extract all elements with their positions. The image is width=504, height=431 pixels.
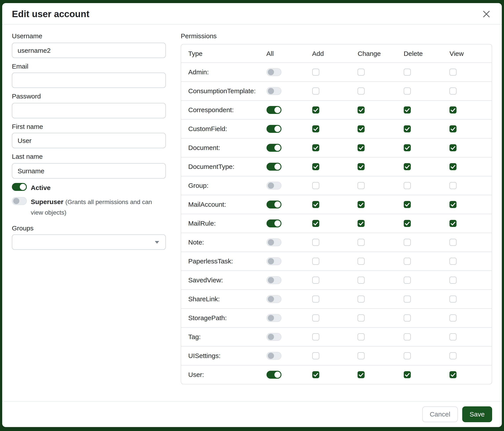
first-name-input[interactable] bbox=[12, 133, 166, 148]
permission-all-toggle[interactable] bbox=[266, 276, 281, 284]
permission-delete-checkbox[interactable] bbox=[404, 201, 411, 208]
permission-add-checkbox[interactable] bbox=[312, 295, 319, 302]
permission-delete-checkbox[interactable] bbox=[404, 106, 411, 113]
permission-view-checkbox[interactable] bbox=[450, 371, 457, 378]
permission-add-checkbox[interactable] bbox=[312, 182, 319, 189]
permission-delete-checkbox[interactable] bbox=[404, 125, 411, 132]
permission-add-checkbox[interactable] bbox=[312, 333, 319, 340]
permission-all-toggle[interactable] bbox=[266, 144, 281, 152]
permission-view-checkbox[interactable] bbox=[450, 258, 457, 265]
permission-delete-checkbox[interactable] bbox=[404, 144, 411, 151]
permission-change-checkbox[interactable] bbox=[358, 163, 365, 170]
permission-all-toggle[interactable] bbox=[266, 125, 281, 133]
permission-all-toggle[interactable] bbox=[266, 352, 281, 359]
password-field[interactable] bbox=[12, 103, 166, 118]
permission-change-checkbox[interactable] bbox=[358, 125, 365, 132]
permission-view-checkbox[interactable] bbox=[450, 144, 457, 151]
permission-all-toggle[interactable] bbox=[266, 238, 281, 246]
permission-change-checkbox[interactable] bbox=[358, 371, 365, 378]
permission-delete-checkbox[interactable] bbox=[404, 258, 411, 265]
permission-all-toggle[interactable] bbox=[266, 257, 281, 265]
username-field-group: Username bbox=[12, 32, 166, 58]
permission-view-checkbox[interactable] bbox=[450, 106, 457, 113]
permission-delete-checkbox[interactable] bbox=[404, 295, 411, 302]
permission-view-checkbox[interactable] bbox=[450, 125, 457, 132]
column-header-view: View bbox=[446, 44, 492, 63]
permission-all-toggle[interactable] bbox=[266, 162, 281, 171]
permission-add-checkbox[interactable] bbox=[312, 314, 319, 321]
permission-view-checkbox[interactable] bbox=[450, 163, 457, 170]
permission-add-checkbox[interactable] bbox=[312, 163, 319, 170]
permission-add-checkbox[interactable] bbox=[312, 220, 319, 227]
last-name-input[interactable] bbox=[12, 163, 166, 178]
permission-delete-checkbox[interactable] bbox=[404, 220, 411, 227]
permission-view-checkbox[interactable] bbox=[450, 239, 457, 246]
permission-all-toggle[interactable] bbox=[266, 219, 281, 227]
permission-add-checkbox[interactable] bbox=[312, 87, 319, 94]
permission-view-checkbox[interactable] bbox=[450, 276, 457, 283]
permission-add-checkbox[interactable] bbox=[312, 239, 319, 246]
permission-all-toggle[interactable] bbox=[266, 106, 281, 114]
permission-change-checkbox[interactable] bbox=[358, 295, 365, 302]
permission-add-checkbox[interactable] bbox=[312, 352, 319, 359]
permission-change-checkbox[interactable] bbox=[358, 87, 365, 94]
permission-change-checkbox[interactable] bbox=[358, 276, 365, 283]
permission-delete-checkbox[interactable] bbox=[404, 333, 411, 340]
permission-change-checkbox[interactable] bbox=[358, 314, 365, 321]
permission-all-toggle[interactable] bbox=[266, 370, 281, 378]
permission-delete-checkbox[interactable] bbox=[404, 182, 411, 189]
permission-add-checkbox[interactable] bbox=[312, 68, 319, 75]
superuser-toggle[interactable] bbox=[12, 197, 27, 205]
active-toggle[interactable] bbox=[12, 183, 27, 191]
permission-change-checkbox[interactable] bbox=[358, 144, 365, 151]
permission-delete-checkbox[interactable] bbox=[404, 352, 411, 359]
permission-change-checkbox[interactable] bbox=[358, 106, 365, 113]
permission-change-checkbox[interactable] bbox=[358, 239, 365, 246]
permission-view-checkbox[interactable] bbox=[450, 314, 457, 321]
permission-view-checkbox[interactable] bbox=[450, 87, 457, 94]
permission-delete-checkbox[interactable] bbox=[404, 276, 411, 283]
permission-delete-checkbox[interactable] bbox=[404, 87, 411, 94]
permission-add-checkbox[interactable] bbox=[312, 371, 319, 378]
permission-delete-checkbox[interactable] bbox=[404, 239, 411, 246]
permission-change-checkbox[interactable] bbox=[358, 333, 365, 340]
permission-add-checkbox[interactable] bbox=[312, 106, 319, 113]
permission-view-checkbox[interactable] bbox=[450, 201, 457, 208]
email-field[interactable] bbox=[12, 72, 166, 88]
permission-add-checkbox[interactable] bbox=[312, 276, 319, 283]
permission-view-checkbox[interactable] bbox=[450, 68, 457, 75]
cancel-button[interactable]: Cancel bbox=[422, 406, 458, 422]
permission-view-checkbox[interactable] bbox=[450, 182, 457, 189]
permission-delete-checkbox[interactable] bbox=[404, 371, 411, 378]
permission-add-checkbox[interactable] bbox=[312, 125, 319, 132]
permission-change-checkbox[interactable] bbox=[358, 220, 365, 227]
permission-all-toggle[interactable] bbox=[266, 200, 281, 208]
permission-change-checkbox[interactable] bbox=[358, 258, 365, 265]
permission-all-toggle[interactable] bbox=[266, 68, 281, 76]
permission-all-toggle[interactable] bbox=[266, 181, 281, 189]
permission-view-checkbox[interactable] bbox=[450, 352, 457, 359]
close-button[interactable] bbox=[481, 8, 492, 20]
permission-change-checkbox[interactable] bbox=[358, 352, 365, 359]
permission-add-checkbox[interactable] bbox=[312, 258, 319, 265]
toggle-knob bbox=[13, 198, 19, 204]
permission-row: StoragePath: bbox=[181, 308, 492, 327]
permission-delete-checkbox[interactable] bbox=[404, 68, 411, 75]
save-button[interactable]: Save bbox=[462, 406, 492, 422]
groups-select[interactable] bbox=[12, 234, 166, 250]
permission-all-toggle[interactable] bbox=[266, 295, 281, 303]
permission-view-checkbox[interactable] bbox=[450, 333, 457, 340]
permission-view-checkbox[interactable] bbox=[450, 295, 457, 302]
permission-change-checkbox[interactable] bbox=[358, 68, 365, 75]
permission-add-checkbox[interactable] bbox=[312, 144, 319, 151]
permission-view-checkbox[interactable] bbox=[450, 220, 457, 227]
permission-change-checkbox[interactable] bbox=[358, 201, 365, 208]
permission-change-checkbox[interactable] bbox=[358, 182, 365, 189]
permission-all-toggle[interactable] bbox=[266, 314, 281, 322]
permission-all-toggle[interactable] bbox=[266, 333, 281, 341]
permission-delete-checkbox[interactable] bbox=[404, 314, 411, 321]
permission-add-checkbox[interactable] bbox=[312, 201, 319, 208]
username-input[interactable] bbox=[12, 42, 166, 58]
permission-delete-checkbox[interactable] bbox=[404, 163, 411, 170]
permission-all-toggle[interactable] bbox=[266, 87, 281, 95]
